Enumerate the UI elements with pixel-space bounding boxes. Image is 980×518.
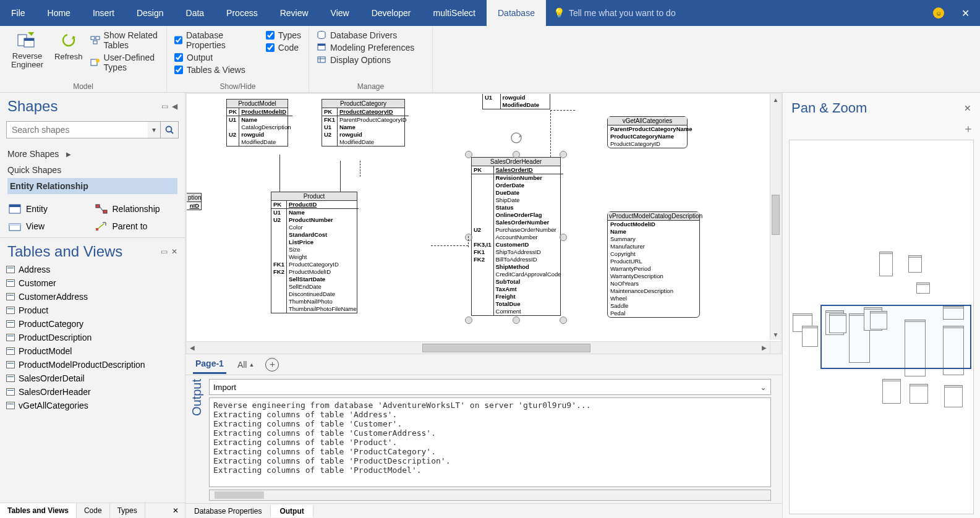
tv-item-customer[interactable]: Customer [0,276,185,290]
tv-item-productcategory[interactable]: ProductCategory [0,317,185,331]
svg-rect-2 [24,38,34,41]
canvas-vertical-scrollbar[interactable]: ▲ ▼ [770,94,781,340]
panzoom-add-icon[interactable]: ＋ [783,121,980,136]
selection-handle[interactable] [560,316,567,324]
chk-code[interactable]: Code [266,42,301,53]
all-pages-button[interactable]: All ▲ [237,360,254,370]
show-related-tables-label: Show Related Tables [104,30,159,50]
tv-item-productdescription[interactable]: ProductDescription [0,331,185,344]
show-related-tables-button[interactable]: Show Related Tables [90,30,159,51]
panzoom-close-icon[interactable]: ✕ [964,103,971,113]
selection-handle[interactable] [465,151,472,158]
tv-item-product[interactable]: Product [0,304,185,317]
hscroll-thumb[interactable] [422,344,590,352]
canvas-horizontal-scrollbar[interactable]: ◀ ▶ [187,341,770,354]
reverse-engineer-button[interactable]: ReverseEngineer [7,28,47,73]
chk-database-properties[interactable]: Database Properties [174,30,258,51]
tab-design[interactable]: Design [126,0,175,26]
entity-productcategory[interactable]: ProductCategoryPKProductCategoryIDFK1Par… [322,99,405,146]
selection-handle[interactable] [465,234,472,241]
entity-salesorderheader[interactable]: SalesOrderHeaderPKSalesOrderIDRevisionNu… [471,157,561,316]
modeling-preferences-button[interactable]: Modeling Preferences [317,42,425,53]
svg-point-8 [96,59,100,62]
ribbon-group-manage-label: Manage [309,82,432,91]
shape-parent-to[interactable]: Parent to [93,218,179,235]
tv-item-salesorderdetail[interactable]: SalesOrderDetail [0,372,185,385]
tab-view[interactable]: View [320,0,360,26]
chk-output[interactable]: Output [174,52,258,63]
output-hscroll[interactable] [209,490,771,501]
feedback-smiley-icon[interactable]: ☺ [933,7,944,19]
tv-item-productmodel[interactable]: ProductModel [0,344,185,358]
selection-handle[interactable] [465,316,472,324]
tab-home[interactable]: Home [36,0,82,26]
tvtab-tables-views[interactable]: Tables and Views [0,503,77,518]
entity-productmodel[interactable]: ProductModelPKProductModelIDU1NameCatalo… [226,99,288,146]
tab-data[interactable]: Data [175,0,216,26]
tv-item-vgetallcategories[interactable]: vGetAllCategories [0,399,185,412]
tab-file[interactable]: File [0,0,36,26]
output-mode-dropdown[interactable]: Import ⌄ [209,379,771,395]
selection-handle[interactable] [513,151,520,158]
vscroll-thumb[interactable] [772,195,780,235]
panzoom-viewport[interactable] [820,305,971,369]
chk-tables-views[interactable]: Tables & Views [174,64,258,75]
selection-handle[interactable] [560,234,567,241]
scroll-left-icon[interactable]: ◀ [187,342,198,354]
entity-vgetallcategories[interactable]: vGetAllCategoriesParentProductCategoryNa… [607,116,688,148]
chk-types[interactable]: Types [266,30,301,41]
tab-process[interactable]: Process [215,0,269,26]
shapes-menu-icon[interactable]: ▭ [161,102,168,111]
tab-review[interactable]: Review [269,0,320,26]
btab-db-properties[interactable]: Database Properties [185,505,271,517]
btab-output[interactable]: Output [271,505,313,517]
scroll-up-icon[interactable]: ▲ [770,94,781,105]
page-tab-1[interactable]: Page-1 [193,355,226,374]
entity-truncated-left[interactable]: ptionnID [187,193,202,210]
search-dropdown-icon[interactable]: ▾ [148,121,160,138]
more-shapes-link[interactable]: More Shapes ▶ [7,146,177,162]
entity-vproductmodelcatalogdescription[interactable]: vProductModelCatalogDescriptionProductMo… [607,211,700,318]
shape-relationship[interactable]: Relationship [93,200,179,218]
entity-truncated-top[interactable]: U1rowguidModifiedDate [482,94,550,109]
tab-developer[interactable]: Developer [360,0,422,26]
scroll-right-icon[interactable]: ▶ [759,342,770,354]
shapes-collapse-icon[interactable]: ◀ [172,102,177,111]
scroll-down-icon[interactable]: ▼ [770,329,781,340]
tv-item-salesorderheader[interactable]: SalesOrderHeader [0,385,185,399]
tvtab-code[interactable]: Code [77,503,110,518]
panzoom-overview[interactable] [789,140,974,514]
selection-handle[interactable] [513,316,520,324]
tv-close-icon[interactable]: ✕ [171,247,177,256]
tv-item-address[interactable]: Address [0,263,185,276]
add-page-button[interactable]: ＋ [265,358,279,372]
drawing-canvas[interactable]: ▲ ▼ ◀ ▶ ProductModelPKProductModelIDU1Na… [187,94,781,354]
database-drivers-button[interactable]: Database Drivers [317,30,425,41]
output-hscroll-thumb[interactable] [215,491,264,499]
ribbon-group-model-label: Model [0,82,166,91]
user-defined-types-button[interactable]: User-Defined Types [90,52,159,73]
tv-item-customeraddress[interactable]: CustomerAddress [0,290,185,304]
tab-database[interactable]: Database [487,0,546,26]
rotate-handle-icon[interactable] [509,131,523,145]
entity-product[interactable]: ProductPKProductIDU1NameU2ProductNumberC… [271,192,357,313]
entity-relationship-stencil[interactable]: Entity Relationship [7,178,177,194]
output-log[interactable] [209,397,771,487]
search-shapes-input[interactable] [6,121,148,138]
selection-handle[interactable] [560,151,567,158]
shape-view[interactable]: View [6,218,93,235]
shape-entity[interactable]: Entity [6,200,93,218]
tab-multiselect[interactable]: multiSelect [422,0,487,26]
display-options-button[interactable]: Display Options [317,54,425,66]
search-button[interactable] [160,121,179,138]
tvtab-types[interactable]: Types [110,503,145,518]
panzoom-title: Pan & Zoom [791,100,867,116]
window-close-button[interactable]: ✕ [953,7,978,19]
refresh-button[interactable]: Refresh [51,28,87,73]
tab-insert[interactable]: Insert [82,0,126,26]
quick-shapes-link[interactable]: Quick Shapes [7,162,177,178]
tell-me-search[interactable]: 💡 Tell me what you want to do [553,7,676,19]
tvtabs-close[interactable]: ✕ [166,503,185,518]
tv-menu-icon[interactable]: ▭ [161,247,168,256]
tv-item-productmodelproductdescription[interactable]: ProductModelProductDescription [0,358,185,372]
